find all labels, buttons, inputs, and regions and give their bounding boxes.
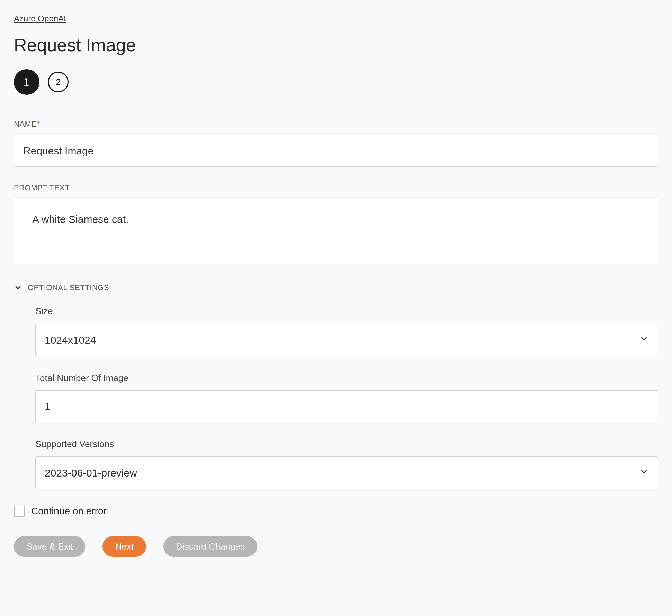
prompt-textarea[interactable]: A white Siamese cat.	[14, 199, 658, 264]
continue-on-error-checkbox[interactable]	[14, 506, 25, 517]
button-row: Save & Exit Next Discard Changes	[14, 536, 658, 557]
supported-versions-select[interactable]: 2023-06-01-preview	[35, 456, 658, 489]
name-input[interactable]	[14, 135, 658, 167]
name-field-group: NAME*	[14, 120, 658, 167]
step-2[interactable]: 2	[48, 72, 69, 92]
supported-versions-label: Supported Versions	[35, 439, 658, 450]
size-label: Size	[35, 306, 658, 317]
total-number-field-group: Total Number Of Image	[35, 373, 658, 422]
breadcrumb-link[interactable]: Azure OpenAI	[14, 14, 66, 23]
page-title: Request Image	[14, 35, 658, 55]
total-number-label: Total Number Of Image	[35, 373, 658, 383]
total-number-input[interactable]	[35, 390, 658, 422]
step-connector	[39, 82, 48, 82]
prompt-label: PROMPT TEXT	[14, 183, 658, 192]
optional-settings-label: OPTIONAL SETTINGS	[28, 283, 109, 292]
required-star-icon: *	[37, 120, 41, 128]
size-select[interactable]: 1024x1024	[35, 324, 658, 356]
prompt-field-group: PROMPT TEXT A white Siamese cat.	[14, 183, 658, 266]
stepper: 1 2	[14, 69, 658, 95]
supported-versions-field-group: Supported Versions 2023-06-01-preview	[35, 439, 658, 489]
continue-on-error-label[interactable]: Continue on error	[31, 506, 107, 517]
save-exit-button[interactable]: Save & Exit	[14, 536, 85, 557]
name-label: NAME*	[14, 120, 658, 129]
step-1[interactable]: 1	[14, 69, 39, 95]
chevron-down-icon	[14, 283, 22, 292]
next-button[interactable]: Next	[102, 536, 146, 557]
name-label-text: NAME	[14, 120, 37, 128]
optional-section: Size 1024x1024 Total Number Of Image Sup…	[14, 306, 658, 489]
size-field-group: Size 1024x1024	[35, 306, 658, 356]
optional-settings-toggle[interactable]: OPTIONAL SETTINGS	[14, 283, 658, 292]
continue-on-error-row: Continue on error	[14, 506, 658, 517]
discard-changes-button[interactable]: Discard Changes	[163, 536, 257, 557]
